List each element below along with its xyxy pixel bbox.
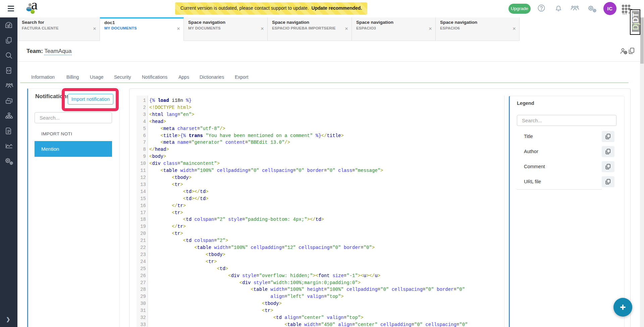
svg-text:a: a bbox=[31, 1, 38, 12]
